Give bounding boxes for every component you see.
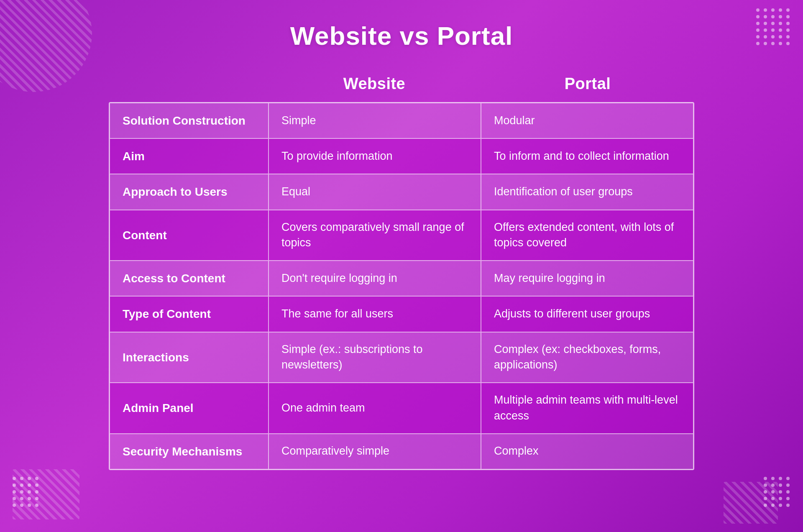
- col-header-empty: [109, 67, 268, 102]
- table-row: Solution ConstructionSimpleModular: [110, 103, 693, 138]
- row-label-3: Content: [110, 210, 269, 261]
- row-website-4: Don't require logging in: [269, 261, 481, 296]
- deco-dots-topright: [756, 8, 790, 45]
- row-portal-2: Identification of user groups: [481, 174, 693, 210]
- table-row: AimTo provide informationTo inform and t…: [110, 138, 693, 174]
- comparison-table: Solution ConstructionSimpleModularAimTo …: [109, 102, 694, 470]
- row-website-3: Covers comparatively small range of topi…: [269, 210, 481, 261]
- row-label-7: Admin Panel: [110, 383, 269, 434]
- table-row: Admin PanelOne admin teamMultiple admin …: [110, 383, 693, 434]
- row-website-1: To provide information: [269, 138, 481, 174]
- table-row: Security MechanismsComparatively simpleC…: [110, 434, 693, 469]
- col-header-portal: Portal: [481, 67, 694, 102]
- table-row: Type of ContentThe same for all usersAdj…: [110, 296, 693, 332]
- row-label-0: Solution Construction: [110, 103, 269, 138]
- table-row: ContentCovers comparatively small range …: [110, 210, 693, 261]
- row-website-2: Equal: [269, 174, 481, 210]
- row-website-7: One admin team: [269, 383, 481, 434]
- row-label-8: Security Mechanisms: [110, 434, 269, 469]
- row-portal-8: Complex: [481, 434, 693, 469]
- table-row: Approach to UsersEqualIdentification of …: [110, 174, 693, 210]
- page-title: Website vs Portal: [290, 21, 513, 51]
- row-label-2: Approach to Users: [110, 174, 269, 210]
- col-header-website: Website: [268, 67, 481, 102]
- row-portal-1: To inform and to collect information: [481, 138, 693, 174]
- row-website-8: Comparatively simple: [269, 434, 481, 469]
- row-portal-0: Modular: [481, 103, 693, 138]
- row-website-0: Simple: [269, 103, 481, 138]
- row-website-6: Simple (ex.: subscriptions to newsletter…: [269, 332, 481, 383]
- row-website-5: The same for all users: [269, 296, 481, 332]
- row-portal-7: Multiple admin teams with multi-level ac…: [481, 383, 693, 434]
- table-row: InteractionsSimple (ex.: subscriptions t…: [110, 332, 693, 383]
- row-portal-5: Adjusts to different user groups: [481, 296, 693, 332]
- deco-dots-bottomright: [764, 477, 790, 507]
- deco-stripes-bottomleft: [13, 469, 79, 519]
- row-label-6: Interactions: [110, 332, 269, 383]
- row-portal-6: Complex (ex: checkboxes, forms, applicat…: [481, 332, 693, 383]
- deco-circle-topleft: [0, 0, 92, 92]
- row-portal-4: May require logging in: [481, 261, 693, 296]
- row-label-4: Access to Content: [110, 261, 269, 296]
- row-label-1: Aim: [110, 138, 269, 174]
- table-row: Access to ContentDon't require logging i…: [110, 261, 693, 296]
- row-label-5: Type of Content: [110, 296, 269, 332]
- row-portal-3: Offers extended content, with lots of to…: [481, 210, 693, 261]
